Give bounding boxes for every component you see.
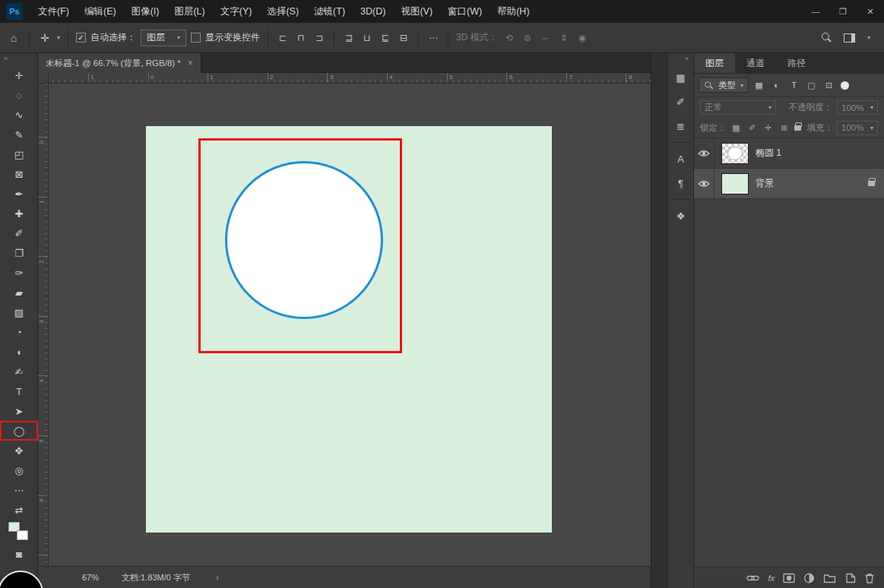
chevron-down-icon[interactable]: ▾	[867, 34, 870, 41]
add-mask-button[interactable]	[783, 573, 795, 583]
menu-item-filter[interactable]: 滤镜(T)	[306, 0, 353, 23]
blur-tool[interactable]: ◔	[0, 322, 38, 342]
layer-thumbnail[interactable]	[721, 143, 749, 164]
menu-item-view[interactable]: 视图(V)	[393, 0, 440, 23]
collapse-toolbar-button[interactable]: »	[0, 53, 37, 65]
horizontal-ruler[interactable]: 1 0 1 2 3 4 5 6 7 8	[49, 73, 651, 84]
hand-tool[interactable]: ✥	[0, 441, 38, 460]
layer-name[interactable]: 背景	[756, 177, 774, 190]
canvas-viewport[interactable]	[49, 84, 651, 566]
paragraph-panel-icon[interactable]: ¶	[671, 173, 691, 193]
maximize-button[interactable]: ❐	[829, 0, 857, 23]
quick-mask-button[interactable]: ◙	[0, 544, 38, 564]
edit-toolbar-button[interactable]: ⋯	[0, 480, 38, 500]
type-tool[interactable]: T	[0, 381, 38, 401]
pen-tool[interactable]: ✍	[0, 362, 38, 381]
lock-paint-icon[interactable]: ✐	[746, 123, 759, 133]
swatches-panel-icon[interactable]: ▦	[671, 68, 691, 87]
document-canvas[interactable]	[146, 126, 552, 533]
layer-thumbnail[interactable]	[721, 173, 749, 194]
visibility-toggle[interactable]	[694, 138, 714, 168]
workspace-icon[interactable]	[844, 33, 855, 43]
menu-item-file[interactable]: 文件(F)	[30, 0, 77, 23]
frame-tool[interactable]: ⊠	[0, 164, 38, 184]
filter-smart-icon[interactable]: ⊡	[822, 78, 836, 93]
layer-row-background[interactable]: 背景	[694, 169, 884, 199]
tab-channels[interactable]: 通道	[735, 53, 776, 73]
menu-item-edit[interactable]: 编辑(E)	[77, 0, 124, 23]
tab-paths[interactable]: 路径	[776, 53, 817, 73]
filter-toggle[interactable]	[841, 81, 849, 90]
lock-all-icon[interactable]	[794, 125, 801, 131]
move-tool[interactable]: ✛	[0, 65, 38, 85]
3d-panel-icon[interactable]: ❖	[671, 206, 691, 226]
new-group-button[interactable]	[823, 573, 836, 583]
menu-item-help[interactable]: 帮助(H)	[490, 0, 537, 23]
menu-item-image[interactable]: 图像(I)	[124, 0, 167, 23]
filter-type-icon[interactable]: T	[787, 78, 801, 93]
auto-select-target-dropdown[interactable]: 图层 ▾	[141, 30, 186, 46]
current-tool-icon[interactable]: ✛	[37, 32, 52, 44]
expand-panels-button[interactable]: «	[685, 53, 693, 65]
align-bottom-icon[interactable]: ⊑	[379, 33, 392, 43]
clone-stamp-tool[interactable]: ❐	[0, 243, 38, 263]
lock-position-icon[interactable]: ✛	[762, 123, 775, 133]
zoom-level[interactable]: 67%	[82, 573, 99, 582]
link-layers-button[interactable]	[746, 573, 759, 583]
close-icon[interactable]: ×	[188, 58, 193, 68]
layer-name[interactable]: 椭圆 1	[756, 147, 781, 160]
menu-item-type[interactable]: 文字(Y)	[213, 0, 260, 23]
new-layer-button[interactable]	[844, 573, 856, 583]
menu-item-layer[interactable]: 图层(L)	[166, 0, 212, 23]
gradient-tool[interactable]: ▨	[0, 302, 38, 322]
3d-roll-icon[interactable]: ⊚	[521, 33, 534, 43]
align-left-icon[interactable]: ⊏	[276, 33, 290, 43]
distribute-icon[interactable]: ⊟	[397, 33, 410, 43]
zoom-tool[interactable]: ◎	[0, 460, 38, 480]
more-options-button[interactable]: ⋯	[426, 33, 440, 43]
adjustment-layer-button[interactable]	[803, 573, 815, 583]
fill-select[interactable]: 100% ▾	[837, 121, 878, 135]
quick-selection-tool[interactable]: ✎	[0, 125, 38, 144]
auto-select-checkbox[interactable]: ✓	[76, 33, 86, 43]
opacity-select[interactable]: 100% ▾	[837, 100, 878, 115]
history-brush-tool[interactable]: ✑	[0, 263, 38, 283]
3d-scale-icon[interactable]: ◉	[575, 33, 589, 43]
layer-row-ellipse[interactable]: 椭圆 1	[694, 138, 884, 169]
layer-filter-select[interactable]: 类型 ▾	[699, 77, 749, 93]
healing-brush-tool[interactable]: ✚	[0, 204, 38, 223]
align-middle-icon[interactable]: ⊔	[360, 33, 374, 43]
brush-panel-icon[interactable]: ✐	[671, 92, 691, 112]
lock-transparency-icon[interactable]: ▦	[730, 123, 743, 133]
vertical-ruler[interactable]: 0 1 2 3 4 5 6	[38, 84, 49, 566]
3d-pan-icon[interactable]: ⇔	[539, 33, 553, 43]
search-icon[interactable]	[822, 33, 832, 43]
eyedropper-tool[interactable]: ✒	[0, 184, 38, 204]
status-expand-icon[interactable]: ›	[216, 572, 219, 583]
align-top-icon[interactable]: ⊒	[342, 33, 356, 43]
chevron-down-icon[interactable]: ▾	[57, 34, 60, 41]
background-color-swatch[interactable]	[17, 530, 28, 540]
filter-pixel-icon[interactable]: ▦	[752, 78, 766, 93]
lasso-tool[interactable]: ∿	[0, 105, 38, 125]
delete-layer-button[interactable]	[864, 573, 875, 583]
crop-tool[interactable]: ◰	[0, 144, 38, 164]
home-icon[interactable]: ⌂	[6, 32, 21, 44]
path-selection-tool[interactable]: ➤	[0, 401, 38, 421]
document-tab[interactable]: 未标题-1 @ 66.7% (背景, RGB/8) * ×	[38, 53, 201, 73]
blend-mode-select[interactable]: 正常 ▾	[700, 100, 776, 115]
filter-adjustment-icon[interactable]: ◐	[769, 78, 784, 93]
filter-shape-icon[interactable]: ▢	[804, 78, 819, 93]
character-panel-icon[interactable]: A	[671, 149, 691, 169]
layer-style-button[interactable]: fx	[768, 574, 775, 583]
brush-tool[interactable]: ✐	[0, 223, 38, 243]
menu-item-select[interactable]: 选择(S)	[259, 0, 306, 23]
3d-slide-icon[interactable]: ⇕	[557, 33, 571, 43]
show-transform-checkbox[interactable]	[191, 33, 201, 43]
ellipse-tool[interactable]: ◯	[0, 421, 38, 441]
elliptical-marquee-tool[interactable]: ◌	[0, 85, 38, 105]
lock-artboard-icon[interactable]: ⊞	[778, 123, 791, 133]
menu-item-window[interactable]: 窗口(W)	[440, 0, 490, 23]
close-button[interactable]: ✕	[857, 0, 884, 23]
dodge-tool[interactable]: ◖	[0, 342, 38, 362]
